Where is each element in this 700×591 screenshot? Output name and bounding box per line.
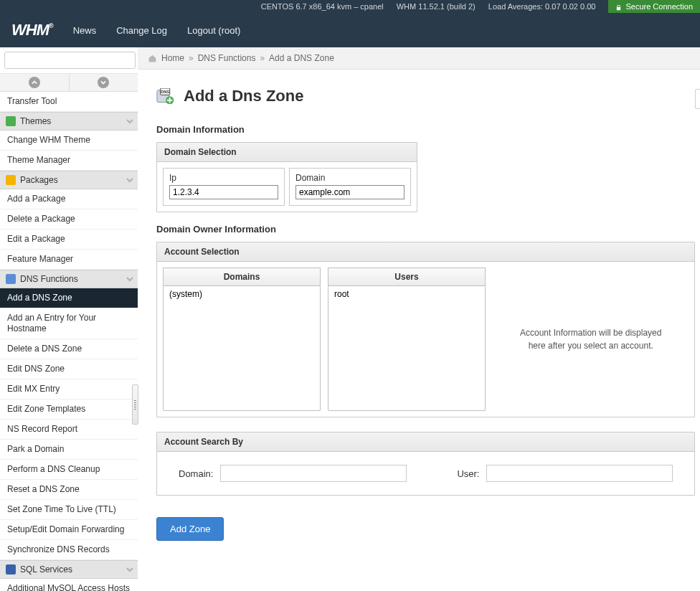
- sidebar-search: [0, 47, 138, 74]
- breadcrumb-current: Add a DNS Zone: [269, 53, 334, 63]
- search-domain-label: Domain:: [179, 468, 213, 479]
- top-nav: WHM® News Change Log Logout (root): [0, 13, 700, 47]
- sidebar-group-label: Packages: [20, 175, 58, 185]
- chevron-down-icon: [126, 275, 133, 283]
- domains-column: Domains (system): [163, 268, 321, 411]
- sidebar-item-reset-dns-zone[interactable]: Reset a DNS Zone: [0, 480, 138, 500]
- home-icon: [148, 54, 157, 63]
- sidebar-item-feature-manager[interactable]: Feature Manager: [0, 250, 138, 270]
- add-zone-button[interactable]: Add Zone: [156, 517, 224, 541]
- users-header: Users: [328, 268, 486, 286]
- lock-icon: [615, 4, 622, 10]
- sidebar-item-add-a-entry[interactable]: Add an A Entry for Your Hostname: [0, 308, 138, 339]
- secure-label: Secure Connection: [625, 2, 693, 11]
- breadcrumb-sep: »: [189, 53, 194, 63]
- sidebar-group-themes[interactable]: Themes: [0, 112, 138, 131]
- status-bar: CENTOS 6.7 x86_64 kvm – cpanel WHM 11.52…: [0, 0, 700, 13]
- domains-header: Domains: [163, 268, 321, 286]
- packages-icon: [6, 175, 16, 185]
- section-owner-info: Domain Owner Information: [156, 224, 695, 235]
- dns-icon: [6, 274, 16, 284]
- ip-field-box: Ip: [163, 168, 285, 206]
- sidebar-group-dns-functions[interactable]: DNS Functions: [0, 270, 138, 288]
- collapse-all-button[interactable]: [0, 74, 70, 91]
- chevron-down-icon: [126, 176, 133, 184]
- status-os: CENTOS 6.7 x86_64 kvm – cpanel: [261, 2, 384, 11]
- search-user-input[interactable]: [486, 465, 673, 482]
- sidebar-item-sync-dns-records[interactable]: Synchronize DNS Records: [0, 540, 138, 560]
- domain-selection-header: Domain Selection: [157, 143, 417, 162]
- section-domain-info: Domain Information: [156, 124, 695, 135]
- dns-zone-icon: DNS: [156, 88, 176, 104]
- chevron-up-icon: [32, 80, 37, 85]
- sidebar-item-transfer-tool[interactable]: Transfer Tool: [0, 92, 138, 112]
- expand-all-button[interactable]: [70, 74, 138, 91]
- sidebar-item-change-whm-theme[interactable]: Change WHM Theme: [0, 131, 138, 151]
- main-column: Home » DNS Functions » Add a DNS Zone DN…: [138, 47, 700, 591]
- search-input[interactable]: [4, 52, 136, 69]
- breadcrumb: Home » DNS Functions » Add a DNS Zone: [138, 47, 700, 70]
- account-selection-header: Account Selection: [157, 242, 694, 262]
- sidebar-item-edit-package[interactable]: Edit a Package: [0, 230, 138, 250]
- sidebar-item-edit-dns-zone[interactable]: Edit DNS Zone: [0, 359, 138, 379]
- sidebar-item-ns-record-report[interactable]: NS Record Report: [0, 420, 138, 440]
- domain-input[interactable]: [295, 185, 405, 199]
- users-listbox[interactable]: root: [328, 286, 486, 411]
- whm-logo: WHM®: [11, 21, 53, 39]
- chevron-down-icon: [126, 118, 133, 125]
- status-load: Load Averages: 0.07 0.02 0.00: [488, 2, 596, 11]
- sidebar: Transfer Tool Themes Change WHM Theme Th…: [0, 92, 138, 591]
- themes-icon: [6, 116, 16, 126]
- account-search-header: Account Search By: [157, 432, 694, 452]
- user-option-root[interactable]: root: [330, 288, 483, 301]
- chevron-down-icon: [100, 80, 106, 85]
- search-user-label: User:: [457, 468, 479, 479]
- sidebar-group-label: Themes: [20, 116, 51, 126]
- breadcrumb-sep: »: [260, 53, 265, 63]
- secure-connection-badge: Secure Connection: [608, 0, 700, 13]
- svg-text:DNS: DNS: [161, 90, 169, 94]
- account-info-placeholder: Account Information will be displayed he…: [493, 268, 689, 411]
- nav-changelog[interactable]: Change Log: [116, 25, 167, 36]
- sidebar-item-delete-package[interactable]: Delete a Package: [0, 209, 138, 230]
- account-search-panel: Account Search By Domain: User:: [156, 432, 695, 496]
- sidebar-item-add-dns-zone[interactable]: Add a DNS Zone: [0, 288, 138, 308]
- domain-field-box: Domain: [289, 168, 411, 206]
- domain-selection-panel: Domain Selection Ip Domain: [156, 142, 417, 212]
- sidebar-group-packages[interactable]: Packages: [0, 171, 138, 189]
- nav-news[interactable]: News: [73, 25, 97, 36]
- sidebar-item-mysql-access-hosts[interactable]: Additional MySQL Access Hosts: [0, 579, 138, 591]
- status-whm: WHM 11.52.1 (build 2): [397, 2, 476, 11]
- main-content: DNS Add a Dns Zone Domain Information Do…: [138, 70, 700, 561]
- breadcrumb-dns-functions[interactable]: DNS Functions: [198, 53, 256, 63]
- sidebar-group-label: DNS Functions: [20, 274, 78, 284]
- sidebar-resize-handle[interactable]: [132, 384, 138, 425]
- domain-option-system[interactable]: (system): [165, 288, 318, 301]
- sidebar-item-delete-dns-zone[interactable]: Delete a DNS Zone: [0, 339, 138, 359]
- page-title-row: DNS Add a Dns Zone: [156, 87, 695, 105]
- ip-input[interactable]: [169, 185, 278, 199]
- sidebar-item-edit-zone-templates[interactable]: Edit Zone Templates: [0, 399, 138, 420]
- sidebar-item-domain-forwarding[interactable]: Setup/Edit Domain Forwarding: [0, 520, 138, 540]
- sidebar-collapse-row: [0, 74, 138, 92]
- sidebar-group-sql-services[interactable]: SQL Services: [0, 560, 138, 579]
- sidebar-item-set-zone-ttl[interactable]: Set Zone Time To Live (TTL): [0, 500, 138, 520]
- sidebar-item-edit-mx-entry[interactable]: Edit MX Entry: [0, 379, 138, 399]
- sidebar-item-park-domain[interactable]: Park a Domain: [0, 440, 138, 460]
- chevron-down-icon: [126, 566, 133, 573]
- sidebar-item-add-package[interactable]: Add a Package: [0, 189, 138, 209]
- nav-logout[interactable]: Logout (root): [187, 25, 240, 36]
- sidebar-group-label: SQL Services: [20, 564, 72, 575]
- users-column: Users root: [328, 268, 486, 411]
- domains-listbox[interactable]: (system): [163, 286, 321, 411]
- sidebar-item-theme-manager[interactable]: Theme Manager: [0, 151, 138, 171]
- ip-label: Ip: [169, 173, 278, 183]
- sql-icon: [6, 564, 16, 575]
- domain-label: Domain: [295, 173, 405, 183]
- help-button[interactable]: [695, 89, 700, 109]
- breadcrumb-home[interactable]: Home: [161, 53, 184, 63]
- page-title: Add a Dns Zone: [184, 87, 303, 105]
- left-column: Transfer Tool Themes Change WHM Theme Th…: [0, 47, 138, 591]
- search-domain-input[interactable]: [220, 465, 407, 482]
- sidebar-item-dns-cleanup[interactable]: Perform a DNS Cleanup: [0, 460, 138, 480]
